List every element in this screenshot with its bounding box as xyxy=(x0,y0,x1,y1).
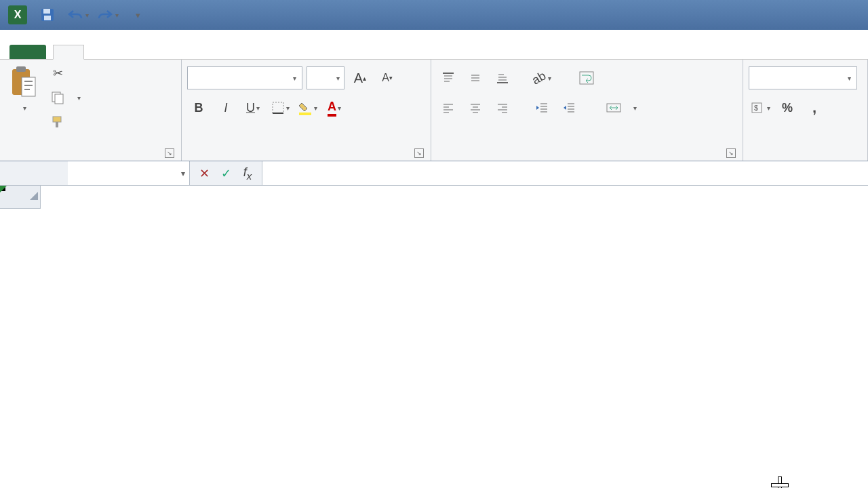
ribbon: ▾ ✂ ▾ xyxy=(0,60,868,161)
number-format-select[interactable]: ▾ xyxy=(749,66,857,89)
align-middle-button[interactable] xyxy=(464,66,487,89)
name-box[interactable]: ▾ xyxy=(68,161,190,185)
title-bar: X ▾ ▾ ▾ xyxy=(0,0,868,30)
bold-button[interactable]: B xyxy=(187,96,210,119)
cut-button[interactable]: ✂ xyxy=(46,62,85,84)
undo-button[interactable]: ▾ xyxy=(64,3,91,27)
align-bottom-button[interactable] xyxy=(491,66,514,89)
spreadsheet-grid[interactable] xyxy=(0,186,868,488)
paintbrush-icon xyxy=(50,115,65,129)
group-label-number xyxy=(749,157,862,161)
format-painter-button[interactable] xyxy=(46,111,85,133)
save-button[interactable] xyxy=(34,3,61,27)
cell-cursor-icon xyxy=(772,477,788,488)
align-right-button[interactable] xyxy=(491,96,514,119)
error-indicator-icon xyxy=(0,186,7,192)
group-alignment: ab▾ ▾ ↘ xyxy=(431,60,743,161)
ribbon-tabs xyxy=(0,30,868,60)
accounting-button[interactable]: $▾ xyxy=(749,96,772,119)
merge-icon xyxy=(606,100,621,115)
svg-rect-8 xyxy=(53,117,61,122)
tab-file[interactable] xyxy=(9,45,46,59)
group-clipboard: ▾ ✂ ▾ xyxy=(0,60,182,161)
fill-color-button[interactable]: ▾ xyxy=(296,96,319,119)
svg-text:$: $ xyxy=(754,104,758,112)
orientation-button[interactable]: ab▾ xyxy=(530,66,553,89)
alignment-launcher[interactable]: ↘ xyxy=(726,148,736,158)
font-size-select[interactable]: ▾ xyxy=(307,66,344,89)
borders-button[interactable]: ▾ xyxy=(269,96,292,119)
decrease-indent-button[interactable] xyxy=(530,96,553,119)
font-name-select[interactable]: ▾ xyxy=(187,66,302,89)
quick-access-toolbar: X ▾ ▾ ▾ xyxy=(0,3,155,27)
scissors-icon: ✂ xyxy=(50,66,65,81)
cancel-edit-button[interactable]: ✕ xyxy=(194,163,214,184)
app-icon[interactable]: X xyxy=(4,3,31,27)
tab-view[interactable] xyxy=(248,45,279,59)
insert-function-button[interactable]: fx xyxy=(237,163,258,184)
merge-center-button[interactable]: ▾ xyxy=(602,96,641,119)
group-label-clipboard: ↘ xyxy=(5,157,176,161)
align-top-button[interactable] xyxy=(437,66,460,89)
svg-rect-2 xyxy=(44,16,51,20)
svg-rect-1 xyxy=(43,9,50,14)
increase-indent-button[interactable] xyxy=(557,96,580,119)
underline-button[interactable]: U▾ xyxy=(241,96,264,119)
svg-rect-10 xyxy=(273,102,283,113)
redo-button[interactable]: ▾ xyxy=(94,3,121,27)
font-launcher[interactable]: ↘ xyxy=(414,148,424,158)
wrap-icon xyxy=(579,70,594,85)
group-label-font: ↘ xyxy=(187,157,425,161)
tab-data[interactable] xyxy=(183,45,214,59)
formula-bar: ▾ ✕ ✓ fx xyxy=(0,161,868,186)
comma-button[interactable]: , xyxy=(803,96,826,119)
formula-input[interactable] xyxy=(262,161,868,185)
svg-rect-7 xyxy=(55,94,63,104)
percent-button[interactable]: % xyxy=(776,96,799,119)
svg-rect-12 xyxy=(299,113,311,115)
clipboard-launcher[interactable]: ↘ xyxy=(165,148,174,158)
italic-button[interactable]: I xyxy=(214,96,237,119)
copy-icon xyxy=(50,90,65,105)
group-number: ▾ $▾ % , xyxy=(743,60,868,161)
group-font: ▾ ▾ A▴ A▾ B I U▾ ▾ ▾ A▾ ↘ xyxy=(182,60,431,161)
align-center-button[interactable] xyxy=(464,96,487,119)
tab-formulas[interactable] xyxy=(151,45,182,59)
copy-button[interactable]: ▾ xyxy=(46,87,85,108)
svg-rect-9 xyxy=(56,122,58,127)
group-label-alignment: ↘ xyxy=(437,157,737,161)
shrink-font-button[interactable]: A▾ xyxy=(376,66,399,89)
wrap-text-button[interactable] xyxy=(575,66,604,89)
font-color-button[interactable]: A▾ xyxy=(323,96,346,119)
tab-insert[interactable] xyxy=(85,45,117,59)
tab-home[interactable] xyxy=(53,45,84,60)
qat-customize[interactable]: ▾ xyxy=(123,3,151,27)
svg-rect-5 xyxy=(22,77,35,96)
svg-rect-4 xyxy=(16,66,26,72)
tab-review[interactable] xyxy=(216,45,247,59)
paste-button[interactable]: ▾ xyxy=(5,62,42,115)
tab-page-layout[interactable] xyxy=(118,45,149,59)
align-left-button[interactable] xyxy=(437,96,460,119)
confirm-edit-button[interactable]: ✓ xyxy=(216,163,236,184)
grow-font-button[interactable]: A▴ xyxy=(349,66,372,89)
